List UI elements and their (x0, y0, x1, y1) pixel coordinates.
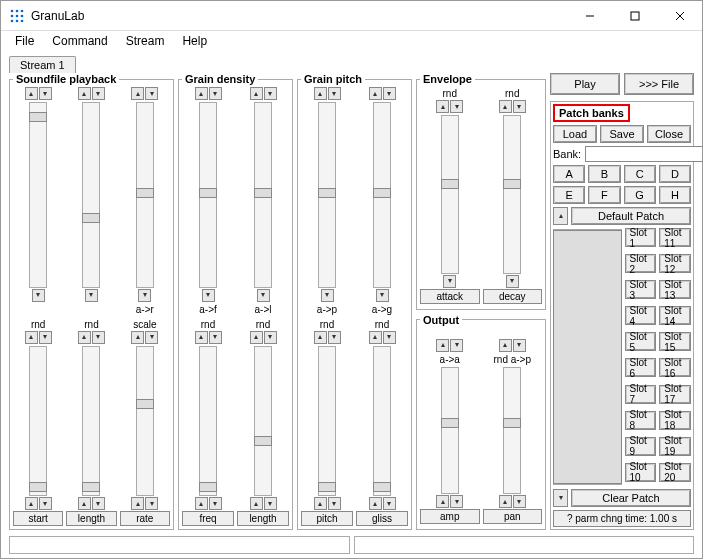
spin-down[interactable] (513, 495, 526, 508)
close-bank-button[interactable]: Close (647, 125, 691, 143)
spin-down[interactable] (209, 87, 222, 100)
spin-down[interactable] (376, 289, 389, 302)
spin-up[interactable] (250, 87, 263, 100)
menu-file[interactable]: File (7, 32, 42, 50)
spin-down[interactable] (506, 275, 519, 288)
param-rate[interactable]: rate (120, 511, 170, 526)
parm-change-time[interactable]: ? parm chng time: 1.00 s (553, 510, 691, 527)
vslider[interactable] (441, 115, 459, 274)
vslider[interactable] (254, 102, 272, 288)
spin-down[interactable] (209, 497, 222, 510)
scroll-up[interactable] (553, 207, 568, 225)
slot-14[interactable]: Slot 14 (659, 306, 691, 325)
spin-up[interactable] (131, 497, 144, 510)
slot-5[interactable]: Slot 5 (625, 332, 657, 351)
slot-8[interactable]: Slot 8 (625, 411, 657, 430)
bank-d[interactable]: D (659, 165, 691, 183)
spin-up[interactable] (369, 497, 382, 510)
clear-patch-button[interactable]: Clear Patch (571, 489, 691, 507)
spin-down[interactable] (85, 289, 98, 302)
spin-up[interactable] (499, 100, 512, 113)
spin-down[interactable] (32, 289, 45, 302)
slot-20[interactable]: Slot 20 (659, 463, 691, 482)
param-length[interactable]: length (237, 511, 289, 526)
spin-up[interactable] (250, 331, 263, 344)
bank-b[interactable]: B (588, 165, 620, 183)
spin-down[interactable] (264, 497, 277, 510)
vslider[interactable] (318, 102, 336, 288)
spin-down[interactable] (328, 87, 341, 100)
slot-6[interactable]: Slot 6 (625, 358, 657, 377)
vslider[interactable] (441, 367, 459, 494)
spin-up[interactable] (195, 87, 208, 100)
vslider[interactable] (254, 346, 272, 496)
slot-16[interactable]: Slot 16 (659, 358, 691, 377)
spin-up[interactable] (499, 495, 512, 508)
spin-down[interactable] (450, 495, 463, 508)
spin-up[interactable] (131, 87, 144, 100)
spin-down[interactable] (450, 339, 463, 352)
spin-down[interactable] (202, 289, 215, 302)
vslider[interactable] (373, 346, 391, 496)
spin-down[interactable] (443, 275, 456, 288)
spin-down[interactable] (145, 497, 158, 510)
spin-up[interactable] (250, 497, 263, 510)
spin-down[interactable] (513, 100, 526, 113)
param-amp[interactable]: amp (420, 509, 480, 524)
spin-up[interactable] (499, 339, 512, 352)
spin-up[interactable] (25, 331, 38, 344)
bank-input[interactable] (585, 146, 703, 162)
vslider[interactable] (82, 102, 100, 288)
param-attack[interactable]: attack (420, 289, 480, 304)
spin-up[interactable] (314, 87, 327, 100)
file-button[interactable]: >>> File (624, 73, 694, 95)
spin-down[interactable] (39, 87, 52, 100)
spin-up[interactable] (314, 331, 327, 344)
spin-up[interactable] (195, 497, 208, 510)
slot-3[interactable]: Slot 3 (625, 280, 657, 299)
spin-down[interactable] (264, 331, 277, 344)
spin-down[interactable] (383, 87, 396, 100)
param-gliss[interactable]: gliss (356, 511, 408, 526)
param-pan[interactable]: pan (483, 509, 543, 524)
slot-2[interactable]: Slot 2 (625, 254, 657, 273)
spin-down[interactable] (383, 497, 396, 510)
spin-up[interactable] (78, 497, 91, 510)
spin-down[interactable] (92, 87, 105, 100)
slot-4[interactable]: Slot 4 (625, 306, 657, 325)
slot-1[interactable]: Slot 1 (625, 228, 657, 247)
close-button[interactable] (657, 1, 702, 30)
slot-13[interactable]: Slot 13 (659, 280, 691, 299)
menu-stream[interactable]: Stream (118, 32, 173, 50)
spin-down[interactable] (383, 331, 396, 344)
spin-down[interactable] (92, 331, 105, 344)
param-decay[interactable]: decay (483, 289, 543, 304)
vslider[interactable] (136, 346, 154, 496)
spin-down[interactable] (328, 497, 341, 510)
spin-up[interactable] (195, 331, 208, 344)
vslider[interactable] (318, 346, 336, 496)
spin-down[interactable] (39, 331, 52, 344)
vslider[interactable] (503, 367, 521, 494)
vslider[interactable] (199, 102, 217, 288)
vslider[interactable] (82, 346, 100, 496)
spin-up[interactable] (369, 87, 382, 100)
spin-up[interactable] (436, 339, 449, 352)
slot-18[interactable]: Slot 18 (659, 411, 691, 430)
spin-up[interactable] (25, 497, 38, 510)
spin-down[interactable] (328, 331, 341, 344)
tab-stream-1[interactable]: Stream 1 (9, 56, 76, 73)
spin-up[interactable] (436, 100, 449, 113)
param-pitch[interactable]: pitch (301, 511, 353, 526)
slot-7[interactable]: Slot 7 (625, 385, 657, 404)
vslider[interactable] (29, 346, 47, 496)
vslider[interactable] (373, 102, 391, 288)
spin-up[interactable] (131, 331, 144, 344)
bank-g[interactable]: G (624, 186, 656, 204)
param-length[interactable]: length (66, 511, 116, 526)
load-button[interactable]: Load (553, 125, 597, 143)
spin-up[interactable] (369, 331, 382, 344)
spin-down[interactable] (209, 331, 222, 344)
spin-down[interactable] (138, 289, 151, 302)
spin-down[interactable] (321, 289, 334, 302)
